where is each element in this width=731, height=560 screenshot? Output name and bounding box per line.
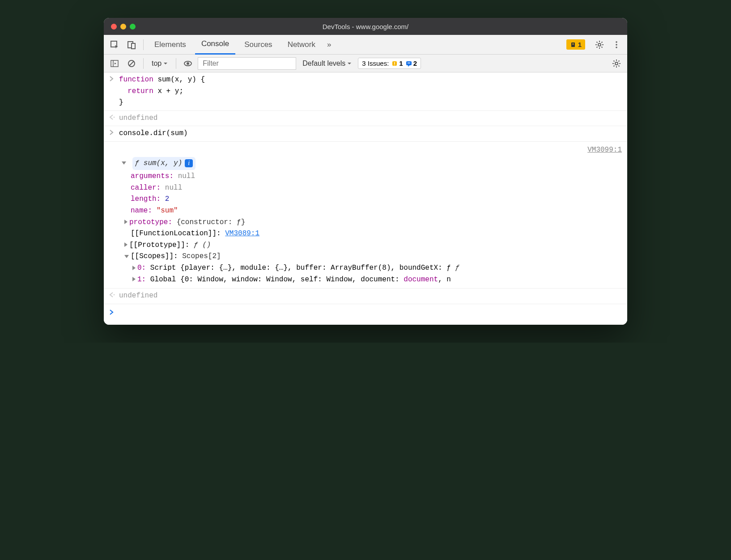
warnings-count: 1 [578, 41, 582, 48]
source-link[interactable]: VM3099:1 [587, 144, 627, 156]
console-dir-output: VM3099:1 ƒ sum(x, y) i arguments: null c… [104, 142, 627, 288]
console-input-row: console.dir(sum) [104, 126, 627, 142]
prop-value: {constructor: ƒ} [177, 218, 246, 226]
warnings-badge[interactable]: 1 [566, 39, 585, 50]
warn-count: 1 [399, 59, 403, 67]
tab-network[interactable]: Network [281, 35, 322, 55]
tabs-overflow[interactable]: » [324, 35, 334, 55]
prop-value: "sum" [157, 207, 178, 215]
prop-value: null [165, 184, 182, 192]
console-toolbar: top Default levels 3 Issues: 1 2 [104, 55, 627, 72]
svg-point-9 [616, 47, 617, 48]
svg-point-8 [616, 44, 617, 46]
keyword: return [119, 87, 153, 95]
info-icon[interactable]: i [185, 159, 193, 167]
prompt-input[interactable] [119, 308, 624, 316]
expand-toggle-icon[interactable] [124, 242, 128, 247]
prompt-marker-icon [109, 308, 119, 316]
issues-box[interactable]: 3 Issues: 1 2 [358, 58, 421, 69]
undefined-result: undefined [119, 290, 624, 302]
device-toggle-icon[interactable] [124, 38, 139, 52]
output-marker-icon [109, 290, 119, 298]
context-selector[interactable]: top [148, 58, 171, 69]
divider [176, 58, 176, 69]
console-input-row: function sum(x, y) { return x + y; } [104, 72, 627, 111]
close-window-button[interactable] [111, 24, 117, 30]
minimize-window-button[interactable] [120, 24, 126, 30]
levels-label: Default levels [302, 59, 345, 68]
expand-toggle-icon[interactable] [132, 266, 136, 270]
property-row[interactable]: [[FunctionLocation]]: VM3089:1 [104, 228, 627, 240]
property-row[interactable]: [[Scopes]]: Scopes[2] [104, 251, 627, 263]
info-count: 2 [413, 59, 417, 67]
scope-row[interactable]: 0: Script {player: {…}, module: {…}, buf… [104, 263, 627, 274]
tab-elements[interactable]: Elements [148, 35, 192, 55]
property-row[interactable]: prototype: {constructor: ƒ} [104, 217, 627, 229]
input-marker-icon [109, 74, 119, 82]
scope-index: 0: [137, 264, 146, 272]
more-icon[interactable] [609, 38, 624, 52]
context-label: top [152, 59, 162, 68]
tab-console[interactable]: Console [195, 35, 235, 55]
prop-value: ƒ () [194, 241, 211, 249]
maximize-window-button[interactable] [130, 24, 136, 30]
location-link[interactable]: VM3089:1 [225, 229, 259, 238]
prop-key: caller: [131, 184, 161, 192]
output-marker-icon [109, 113, 119, 121]
prop-key: arguments: [131, 172, 174, 180]
scope-index: 1: [137, 276, 146, 284]
scope-value: Script {player: {…}, module: {…}, buffer… [150, 264, 451, 272]
expand-toggle-icon[interactable] [122, 161, 126, 165]
console-prompt[interactable] [104, 304, 627, 325]
undefined-result: undefined [119, 113, 624, 124]
expand-toggle-icon[interactable] [124, 220, 128, 224]
input-marker-icon [109, 128, 119, 136]
svg-point-21 [615, 62, 618, 65]
property-row[interactable]: name: "sum" [104, 205, 627, 217]
svg-rect-4 [572, 43, 574, 44]
traffic-lights [104, 24, 136, 30]
keyword: function [119, 76, 153, 84]
prop-key: [[Prototype]]: [129, 241, 189, 249]
divider [143, 39, 144, 50]
prop-key: length: [131, 195, 161, 203]
svg-rect-20 [408, 63, 410, 64]
svg-rect-18 [395, 64, 395, 65]
svg-rect-17 [395, 62, 395, 64]
scope-row[interactable]: 1: Global {0: Window, window: Window, se… [104, 274, 627, 286]
property-row[interactable]: length: 2 [104, 194, 627, 205]
titlebar: DevTools - www.google.com/ [104, 18, 627, 35]
expand-toggle-icon[interactable] [124, 255, 129, 258]
svg-point-6 [598, 43, 601, 46]
live-expression-icon[interactable] [181, 56, 195, 71]
tab-sources[interactable]: Sources [238, 35, 278, 55]
svg-line-13 [129, 61, 134, 66]
property-row[interactable]: arguments: null [104, 171, 627, 182]
svg-point-15 [187, 62, 189, 65]
log-levels-selector[interactable]: Default levels [299, 58, 355, 69]
issue-info-badge: 2 [406, 59, 417, 67]
svg-point-23 [114, 294, 115, 296]
object-header[interactable]: ƒ sum(x, y) i [104, 156, 627, 171]
divider [143, 58, 144, 69]
prop-key: name: [131, 207, 152, 215]
console-settings-icon[interactable] [609, 56, 624, 71]
console-output: function sum(x, y) { return x + y; } und… [104, 72, 627, 325]
filter-input[interactable] [198, 57, 296, 70]
expand-toggle-icon[interactable] [132, 277, 136, 281]
scope-value: Global {0: Window, window: Window, self:… [150, 276, 404, 284]
settings-icon[interactable] [592, 38, 607, 52]
inspect-icon[interactable] [107, 38, 122, 52]
chevron-down-icon [163, 61, 168, 66]
code-text: console.dir(sum) [119, 128, 624, 140]
function-signature: ƒ sum(x, y) [135, 158, 183, 170]
main-toolbar: Elements Console Sources Network » 1 [104, 35, 627, 55]
svg-point-7 [616, 41, 617, 43]
toggle-sidebar-icon[interactable] [107, 56, 122, 71]
property-row[interactable]: caller: null [104, 182, 627, 194]
property-row[interactable]: [[Prototype]]: ƒ () [104, 240, 627, 251]
clear-console-icon[interactable] [124, 56, 139, 71]
svg-rect-2 [132, 43, 135, 49]
window-title: DevTools - www.google.com/ [104, 23, 627, 30]
issues-label: 3 Issues: [362, 59, 389, 67]
